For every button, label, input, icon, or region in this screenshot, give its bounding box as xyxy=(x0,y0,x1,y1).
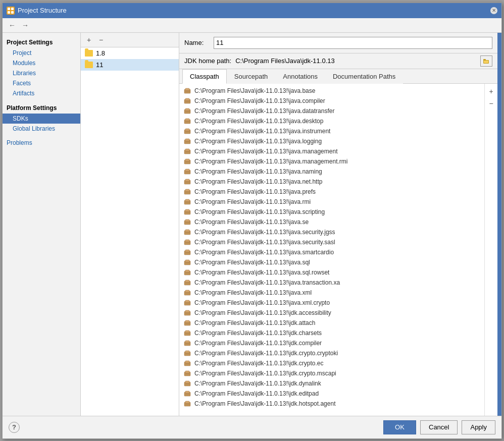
apply-button[interactable]: Apply xyxy=(462,420,495,434)
module-icon xyxy=(183,390,191,398)
sdk-split: + − 1.8 11 xyxy=(81,33,501,416)
svg-rect-95 xyxy=(185,381,189,383)
bottom-bar: ? OK Cancel Apply xyxy=(3,416,501,438)
module-icon xyxy=(183,309,191,317)
classpath-item[interactable]: C:\Program Files\Java\jdk-11.0.13!\java.… xyxy=(179,237,484,247)
classpath-item[interactable]: C:\Program Files\Java\jdk-11.0.13!\jdk.c… xyxy=(179,368,484,378)
classpath-item-text: C:\Program Files\Java\jdk-11.0.13!\java.… xyxy=(194,269,329,276)
classpath-item[interactable]: C:\Program Files\Java\jdk-11.0.13!\java.… xyxy=(179,187,484,197)
back-button[interactable]: ← xyxy=(7,20,18,30)
classpath-item[interactable]: C:\Program Files\Java\jdk-11.0.13!\jdk.h… xyxy=(179,399,484,409)
svg-rect-2 xyxy=(8,11,10,14)
svg-rect-14 xyxy=(185,108,189,111)
svg-rect-101 xyxy=(185,401,189,403)
remove-classpath-button[interactable]: − xyxy=(486,98,497,109)
classpath-item-text: C:\Program Files\Java\jdk-11.0.13!\java.… xyxy=(194,178,322,185)
tab-sourcepath[interactable]: Sourcepath xyxy=(227,69,276,84)
sidebar-item-artifacts[interactable]: Artifacts xyxy=(3,88,80,98)
sidebar-item-libraries[interactable]: Libraries xyxy=(3,68,80,78)
add-classpath-button[interactable]: + xyxy=(486,86,497,97)
project-settings-label: Project Settings xyxy=(3,37,80,48)
classpath-item[interactable]: C:\Program Files\Java\jdk-11.0.13!\java.… xyxy=(179,116,484,126)
module-icon xyxy=(183,147,191,155)
sdk-list-pane: + − 1.8 11 xyxy=(81,33,179,416)
classpath-item[interactable]: C:\Program Files\Java\jdk-11.0.13!\jdk.c… xyxy=(179,358,484,368)
classpath-item[interactable]: C:\Program Files\Java\jdk-11.0.13!\jdk.a… xyxy=(179,318,484,328)
app-icon xyxy=(7,7,15,15)
help-button[interactable]: ? xyxy=(9,422,20,433)
classpath-item-text: C:\Program Files\Java\jdk-11.0.13!\jdk.c… xyxy=(194,329,322,337)
classpath-item-text: C:\Program Files\Java\jdk-11.0.13!\java.… xyxy=(194,218,309,226)
classpath-item[interactable]: C:\Program Files\Java\jdk-11.0.13!\java.… xyxy=(179,146,484,156)
svg-rect-83 xyxy=(185,341,189,343)
svg-rect-62 xyxy=(185,270,189,272)
project-structure-dialog: Project Structure ✕ ← → Project Settings… xyxy=(2,3,502,439)
svg-rect-98 xyxy=(185,391,189,393)
classpath-item[interactable]: C:\Program Files\Java\jdk-11.0.13!\java.… xyxy=(179,298,484,308)
classpath-item[interactable]: C:\Program Files\Java\jdk-11.0.13!\java.… xyxy=(179,106,484,116)
module-icon xyxy=(183,379,191,388)
cancel-button[interactable]: Cancel xyxy=(420,420,458,434)
classpath-item[interactable]: C:\Program Files\Java\jdk-11.0.13!\java.… xyxy=(179,136,484,146)
module-icon xyxy=(183,248,191,256)
ok-button[interactable]: OK xyxy=(383,420,416,434)
classpath-item[interactable]: C:\Program Files\Java\jdk-11.0.13!\jdk.a… xyxy=(179,308,484,318)
classpath-item-text: C:\Program Files\Java\jdk-11.0.13!\java.… xyxy=(194,97,325,104)
tab-documentation-paths[interactable]: Documentation Paths xyxy=(325,69,403,84)
close-button[interactable]: ✕ xyxy=(490,7,497,14)
sidebar-item-global-libraries[interactable]: Global Libraries xyxy=(3,124,80,134)
classpath-item[interactable]: C:\Program Files\Java\jdk-11.0.13!\java.… xyxy=(179,96,484,106)
title-bar: Project Structure ✕ xyxy=(3,3,501,18)
classpath-list: C:\Program Files\Java\jdk-11.0.13!\java.… xyxy=(179,84,484,416)
tab-classpath[interactable]: Classpath xyxy=(182,69,227,84)
classpath-item-text: C:\Program Files\Java\jdk-11.0.13!\java.… xyxy=(194,239,335,246)
classpath-item[interactable]: C:\Program Files\Java\jdk-11.0.13!\jdk.c… xyxy=(179,338,484,348)
sidebar-item-problems[interactable]: Problems xyxy=(3,138,80,148)
classpath-item-text: C:\Program Files\Java\jdk-11.0.13!\java.… xyxy=(194,198,311,205)
classpath-item[interactable]: C:\Program Files\Java\jdk-11.0.13!\java.… xyxy=(179,126,484,136)
svg-rect-59 xyxy=(185,260,189,262)
svg-rect-50 xyxy=(185,230,189,232)
classpath-item[interactable]: C:\Program Files\Java\jdk-11.0.13!\java.… xyxy=(179,207,484,217)
classpath-item[interactable]: C:\Program Files\Java\jdk-11.0.13!\java.… xyxy=(179,177,484,187)
classpath-item[interactable]: C:\Program Files\Java\jdk-11.0.13!\java.… xyxy=(179,278,484,288)
classpath-item[interactable]: C:\Program Files\Java\jdk-11.0.13!\jdk.c… xyxy=(179,328,484,338)
module-icon xyxy=(183,369,191,377)
classpath-item-text: C:\Program Files\Java\jdk-11.0.13!\jdk.a… xyxy=(194,319,315,326)
sidebar-item-sdks[interactable]: SDKs xyxy=(3,114,80,124)
svg-rect-1 xyxy=(11,8,14,10)
classpath-item[interactable]: C:\Program Files\Java\jdk-11.0.13!\java.… xyxy=(179,247,484,257)
sidebar-item-facets[interactable]: Facets xyxy=(3,78,80,88)
browse-button[interactable] xyxy=(480,56,492,67)
classpath-item[interactable]: C:\Program Files\Java\jdk-11.0.13!\jdk.e… xyxy=(179,389,484,399)
sidebar-item-modules[interactable]: Modules xyxy=(3,58,80,68)
classpath-item[interactable]: C:\Program Files\Java\jdk-11.0.13!\jdk.d… xyxy=(179,378,484,389)
classpath-item[interactable]: C:\Program Files\Java\jdk-11.0.13!\java.… xyxy=(179,156,484,167)
add-sdk-button[interactable]: + xyxy=(84,35,94,45)
sidebar-item-project[interactable]: Project xyxy=(3,48,80,58)
classpath-item[interactable]: C:\Program Files\Java\jdk-11.0.13!\java.… xyxy=(179,288,484,298)
module-icon xyxy=(183,400,191,408)
module-icon xyxy=(183,208,191,216)
classpath-item[interactable]: C:\Program Files\Java\jdk-11.0.13!\java.… xyxy=(179,227,484,237)
classpath-item[interactable]: C:\Program Files\Java\jdk-11.0.13!\java.… xyxy=(179,197,484,207)
module-icon xyxy=(183,127,191,135)
module-icon xyxy=(183,97,191,105)
module-icon xyxy=(183,359,191,367)
remove-sdk-button[interactable]: − xyxy=(96,35,106,45)
detail-pane: Name: JDK home path: C:\Program Files\Ja… xyxy=(179,33,497,416)
svg-rect-5 xyxy=(483,59,486,61)
sdk-item-11[interactable]: 11 xyxy=(81,59,179,71)
classpath-item[interactable]: C:\Program Files\Java\jdk-11.0.13!\java.… xyxy=(179,217,484,227)
forward-button[interactable]: → xyxy=(20,20,31,30)
sdk-item-1.8[interactable]: 1.8 xyxy=(81,47,179,59)
classpath-item[interactable]: C:\Program Files\Java\jdk-11.0.13!\jdk.c… xyxy=(179,348,484,358)
name-label: Name: xyxy=(184,39,210,46)
classpath-item[interactable]: C:\Program Files\Java\jdk-11.0.13!\java.… xyxy=(179,267,484,278)
name-input[interactable] xyxy=(214,37,492,49)
classpath-item[interactable]: C:\Program Files\Java\jdk-11.0.13!\java.… xyxy=(179,257,484,267)
tab-annotations[interactable]: Annotations xyxy=(275,69,325,84)
classpath-item[interactable]: C:\Program Files\Java\jdk-11.0.13!\java.… xyxy=(179,86,484,96)
classpath-item[interactable]: C:\Program Files\Java\jdk-11.0.13!\java.… xyxy=(179,167,484,177)
svg-rect-0 xyxy=(8,8,10,10)
